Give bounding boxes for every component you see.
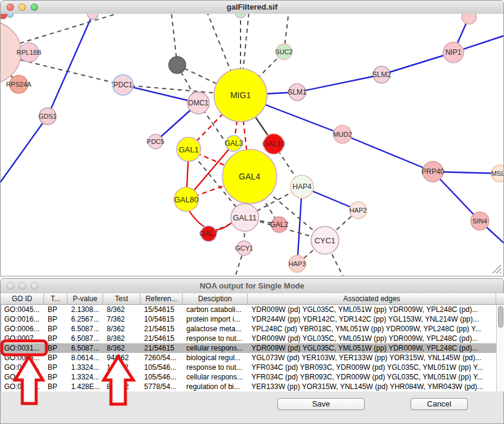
node-label: HAP2: [350, 207, 367, 214]
node-label: CYC1: [315, 236, 336, 245]
table-row[interactable]: GO:0007...BP6.5087...8/36221/54615respon…: [1, 334, 496, 343]
node-label: DMC1: [188, 99, 209, 107]
table-row[interactable]: GO:0031...BP1.3324...11/362105/546...cel…: [1, 372, 496, 382]
network-edge[interactable]: [342, 134, 433, 172]
network-titlebar[interactable]: galFiltered.sif: [1, 1, 503, 14]
cell: YDR244W (pp) YDR142C, YDR142C (pp) YGL15…: [248, 314, 496, 324]
cell: 8.0614...: [68, 353, 104, 363]
network-edge[interactable]: [1, 116, 48, 189]
node-dotblue[interactable]: [7, 14, 13, 17]
minimize-button[interactable]: [19, 282, 26, 290]
node-label: GAL80: [174, 195, 198, 204]
cell: 7/362: [104, 314, 141, 324]
node-label: HAP4: [292, 182, 312, 191]
node-label: GAL2: [270, 220, 289, 229]
node-label: GAL1: [178, 145, 198, 154]
table-row[interactable]: GO:0031...BP1.3324...11/362105/546...res…: [1, 363, 496, 372]
zoom-button[interactable]: [31, 282, 38, 290]
cell: 8/362: [104, 305, 141, 314]
node-label: PDC5: [146, 138, 164, 145]
node-label: NIP1: [446, 48, 462, 57]
cell: GO:0050...: [1, 382, 45, 391]
window-title: NOA output for Single Mode: [200, 281, 304, 290]
minimize-button[interactable]: [19, 4, 26, 11]
cell: 21/54615: [141, 343, 183, 353]
close-button[interactable]: [7, 282, 14, 290]
table-row[interactable]: GO:0006...BP6.5087...8/36221/54615galact…: [1, 324, 496, 334]
cell: YFR034C (pd) YBR093C, YDR009W (pd) YGL03…: [248, 372, 496, 382]
column-header-test[interactable]: Test: [103, 293, 140, 304]
cell: 6.5087...: [68, 324, 104, 334]
network-window: galFiltered.sif RPL18BRPS24AGDS1PDC1PDC5…: [0, 0, 504, 276]
node-label: MIG1: [230, 90, 251, 100]
zoom-button[interactable]: [31, 4, 38, 11]
column-header-t-[interactable]: T...: [44, 293, 68, 304]
window-controls: [7, 1, 38, 14]
node-label: GAL3: [225, 139, 244, 148]
network-edge[interactable]: [382, 52, 453, 75]
cell: GO:0031...: [1, 343, 45, 353]
cell: 80/362: [104, 382, 141, 391]
table-row[interactable]: GO:0065...BP8.0614...94/3627260/54...bio…: [1, 353, 496, 363]
scrollbar-track[interactable]: [496, 305, 504, 391]
cell: GO:0007...: [1, 334, 45, 343]
cell: 6.5087...: [68, 343, 104, 353]
node-graynode[interactable]: [169, 57, 186, 73]
column-header-referen-[interactable]: Referen...: [140, 293, 183, 304]
column-header-p-value[interactable]: P-value: [68, 293, 103, 304]
close-button[interactable]: [7, 4, 14, 11]
cell: YDR009W (pd) YGL035C, YML051W (pp) YDR00…: [248, 343, 496, 353]
node-label: PRP40: [421, 167, 444, 176]
cell: 105/546...: [141, 372, 183, 382]
cell: 105/546...: [141, 363, 183, 372]
cell: 2.1308...: [68, 305, 104, 314]
node-label: GAL4: [239, 172, 260, 181]
cell: 11/362: [104, 372, 141, 382]
network-edge[interactable]: [123, 85, 198, 103]
noa-output-window: NOA output for Single Mode GO IDT...P-va…: [0, 278, 504, 424]
table-body: GO:0045...BP2.1308...8/36215/54615carbon…: [1, 305, 496, 391]
cell: cellular respons...: [183, 343, 248, 353]
node-label: MUD2: [333, 131, 351, 138]
table-row[interactable]: GO:0016...BP6.2567...7/36210/54615protei…: [1, 314, 496, 324]
table-row[interactable]: GO:0031...BP6.5087...8/36221/54615cellul…: [1, 343, 496, 353]
node-label: GAL10: [262, 140, 285, 148]
node-topgreen[interactable]: [235, 14, 246, 18]
resize-grip-icon[interactable]: [491, 264, 502, 275]
node-label: GDS1: [39, 113, 57, 120]
noa-titlebar[interactable]: NOA output for Single Mode: [1, 279, 503, 294]
cell: BP: [45, 324, 68, 334]
cell: 5778/54...: [141, 382, 183, 391]
table-row[interactable]: GO:0045...BP2.1308...8/36215/54615carbon…: [1, 305, 496, 314]
node-label: SIN4: [473, 217, 487, 225]
network-edge[interactable]: [297, 75, 382, 92]
save-button[interactable]: Save: [277, 398, 365, 410]
node-dotred[interactable]: [1, 14, 7, 19]
column-header-go-id[interactable]: GO ID: [1, 293, 44, 304]
cell: 8/362: [104, 343, 141, 353]
cell: 6.2567...: [68, 314, 104, 324]
column-header-desciption[interactable]: Desciption: [183, 293, 248, 304]
cell: BP: [45, 305, 68, 314]
table-row[interactable]: GO:0050...BP1.428E...80/3625778/54...reg…: [1, 382, 496, 391]
cell: GO:0045...: [1, 305, 45, 314]
node-label: MSL1: [491, 170, 503, 177]
cancel-button[interactable]: Cancel: [411, 398, 468, 410]
cell: 6.5087...: [68, 334, 104, 343]
node-label: SLM2: [372, 70, 391, 79]
network-canvas[interactable]: RPL18BRPS24AGDS1PDC1PDC5DMC1MIG1SLM1SUC2…: [1, 14, 503, 276]
cell: GO:0031...: [1, 363, 45, 372]
network-edge[interactable]: [48, 14, 93, 116]
node-toppink[interactable]: [87, 14, 98, 19]
cell: BP: [45, 363, 68, 372]
cell: 8/362: [104, 324, 141, 334]
cell: BP: [45, 343, 68, 353]
cell: GO:0065...: [1, 353, 45, 363]
cell: YPL248C (pd) YBR018C, YML051W (pp) YDR00…: [248, 324, 496, 334]
node-toprightpink[interactable]: [462, 14, 476, 24]
table-header: GO IDT...P-valueTestReferen...Desciption…: [1, 293, 504, 305]
column-header-associated-edges[interactable]: Associated edges: [248, 293, 496, 304]
cell: 1.3324...: [68, 363, 104, 372]
scrollbar-thumb[interactable]: [498, 306, 503, 328]
node-label: HAP3: [289, 260, 306, 267]
